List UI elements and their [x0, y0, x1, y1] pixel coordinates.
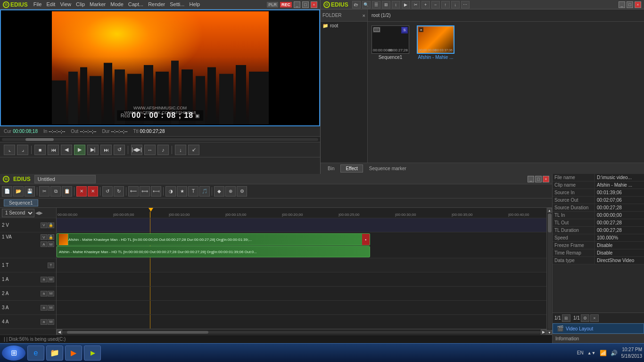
asset-maximize[interactable]: □: [627, 1, 633, 8]
asset-icon-sort[interactable]: ↕: [392, 1, 400, 8]
asset-icon-list[interactable]: ☰: [372, 1, 380, 8]
asset-icon-add[interactable]: +: [421, 1, 430, 8]
asset-item-sequence1[interactable]: S 00:00:00:00 00:00:27;28 Sequence1: [372, 25, 409, 159]
speed-arrows[interactable]: ◀▶: [35, 210, 43, 215]
taskbar-app-ie[interactable]: e: [27, 346, 44, 361]
ed-roll-btn[interactable]: ⟺: [140, 186, 150, 197]
asset-minimize[interactable]: _: [619, 1, 625, 8]
fast-fwd-btn[interactable]: ⏭: [100, 145, 112, 155]
ed-redo-btn[interactable]: ↻: [114, 186, 124, 197]
ed-copy-btn[interactable]: ⧉: [50, 186, 61, 197]
info-tb-icon1[interactable]: ⊞: [562, 314, 570, 322]
ed-paste-btn[interactable]: 📋: [62, 186, 72, 197]
video-clip[interactable]: Afshin - Mahie Khasteye Man - HD TL [In:…: [57, 233, 370, 246]
info-tb-close[interactable]: ×: [590, 314, 599, 322]
track-1va-a[interactable]: A: [41, 241, 47, 247]
editor-maximize[interactable]: □: [535, 176, 542, 182]
asset-icon-play[interactable]: ▶: [402, 1, 410, 8]
stop-btn[interactable]: ■: [34, 145, 46, 155]
asset-icon-folder[interactable]: 🗁: [352, 1, 361, 8]
menu-marker[interactable]: Marker: [90, 1, 106, 7]
ed-transition-btn[interactable]: ◑: [165, 186, 176, 197]
track-2a-m[interactable]: M: [48, 291, 54, 296]
loop-btn[interactable]: ↺: [114, 145, 125, 155]
tab-sequence-marker[interactable]: Sequence marker: [364, 165, 412, 173]
track-1va-m[interactable]: M: [48, 241, 54, 247]
taskbar-app-media[interactable]: ▶: [65, 346, 82, 361]
ed-new-btn[interactable]: 📄: [2, 186, 12, 197]
ed-audio-btn[interactable]: 🎵: [199, 186, 210, 197]
mark-in-btn[interactable]: ⌞: [4, 145, 15, 155]
shuttle-btn[interactable]: ↔: [144, 145, 156, 155]
play-btn[interactable]: ▶: [74, 145, 85, 155]
sequence1-tab[interactable]: Sequence1: [4, 199, 38, 206]
audio-clip[interactable]: Afshin - Mahie Khasteye Man - HD TL [In:…: [57, 246, 370, 257]
taskbar-app-edius[interactable]: ▶: [84, 346, 101, 361]
ed-marker-btn[interactable]: ◆: [214, 186, 224, 197]
minimize-btn[interactable]: _: [294, 1, 300, 8]
scrollbar-track[interactable]: [2, 138, 318, 141]
track-1va-v[interactable]: V: [41, 234, 47, 240]
ed-delete-red-btn[interactable]: ✕: [76, 186, 87, 197]
vscrollbar[interactable]: ▲ ▼: [546, 208, 552, 335]
folder-close[interactable]: ×: [363, 13, 365, 18]
speed-select[interactable]: 1 Second: [2, 209, 34, 217]
in-out-btn[interactable]: |◀▶|: [131, 145, 142, 155]
track-4a-a[interactable]: a: [41, 319, 47, 325]
info-tb-settings[interactable]: ⚙: [581, 314, 589, 322]
menu-render[interactable]: Render: [148, 1, 165, 7]
ed-undo-btn[interactable]: ↺: [102, 186, 113, 197]
root-folder-item[interactable]: 📁 root: [321, 22, 367, 30]
menu-mode[interactable]: Mode: [110, 1, 124, 7]
ed-settings-btn[interactable]: ⚙: [237, 186, 247, 197]
track-1va-lock[interactable]: 🔒: [48, 234, 54, 240]
menu-clip[interactable]: Clip: [76, 1, 85, 7]
hscroll-right[interactable]: ▶: [541, 329, 546, 335]
asset-icon-up[interactable]: ↑: [441, 1, 450, 8]
hscroll-track[interactable]: [62, 331, 541, 334]
ed-slip-btn[interactable]: ⟻: [151, 186, 161, 197]
vscroll-down[interactable]: ▼: [547, 330, 552, 335]
ed-effect-btn[interactable]: ★: [177, 186, 187, 197]
prev-frame-btn[interactable]: ◀: [61, 145, 72, 155]
asset-icon-grid[interactable]: ⊞: [382, 1, 390, 8]
asset-icon-down[interactable]: ↓: [451, 1, 460, 8]
editor-close[interactable]: ×: [543, 176, 549, 182]
track-2v-lock[interactable]: 🔒: [48, 222, 54, 228]
next-frame-btn[interactable]: ▶|: [87, 145, 99, 155]
taskbar-app-explorer[interactable]: 📁: [46, 346, 63, 361]
maximize-btn[interactable]: □: [302, 1, 309, 8]
information-tab-label[interactable]: Information: [555, 336, 579, 341]
ed-ripple-btn[interactable]: ⟵: [128, 186, 139, 197]
rewind-btn[interactable]: ⏮: [48, 145, 59, 155]
asset-icon-search[interactable]: 🔍: [362, 1, 371, 8]
menu-file[interactable]: File: [33, 1, 42, 7]
ed-save-btn[interactable]: 💾: [25, 186, 35, 197]
menu-view[interactable]: View: [60, 1, 71, 7]
track-4a-m[interactable]: M: [48, 319, 54, 325]
menu-help[interactable]: Help: [189, 1, 200, 7]
audio-btn[interactable]: ♪: [157, 145, 169, 155]
tab-effect[interactable]: Effect: [340, 165, 363, 173]
ed-title-btn[interactable]: T: [188, 186, 198, 197]
track-1a-a[interactable]: a: [41, 277, 47, 282]
vscroll-track[interactable]: [548, 214, 552, 329]
close-btn[interactable]: ×: [311, 1, 317, 8]
hscroll-thumb[interactable]: [67, 331, 208, 334]
info-layout-item[interactable]: 🎬 Video Layout: [553, 323, 644, 334]
ed-cut-btn[interactable]: ✂: [39, 186, 50, 197]
scrollbar-thumb[interactable]: [25, 138, 54, 141]
asset-icon-del[interactable]: −: [431, 1, 440, 8]
track-2a-a[interactable]: a: [41, 291, 47, 296]
timeline-hscrollbar[interactable]: ◀ ▶: [57, 329, 546, 335]
menu-edit[interactable]: Edit: [46, 1, 55, 7]
asset-close[interactable]: ×: [635, 1, 641, 8]
asset-icon-cut[interactable]: ✂: [412, 1, 420, 8]
tab-bin[interactable]: Bin: [322, 165, 339, 173]
track-1t-t[interactable]: T: [48, 263, 54, 268]
asset-icon-more[interactable]: ⋯: [461, 1, 470, 8]
vscroll-up[interactable]: ▲: [547, 208, 552, 213]
insert-btn[interactable]: ↙: [188, 145, 199, 155]
track-3a-m[interactable]: M: [48, 305, 54, 311]
track-3a-a[interactable]: a: [41, 305, 47, 311]
